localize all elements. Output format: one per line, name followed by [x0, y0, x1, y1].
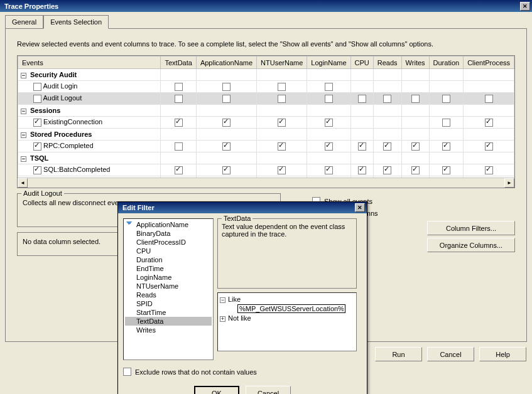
column-desc-group: TextData Text value dependent on the eve…	[217, 218, 357, 289]
cell-checkbox[interactable]	[325, 119, 333, 127]
event-checkbox[interactable]	[33, 95, 41, 103]
column-header[interactable]: ClientProcess	[464, 56, 514, 69]
collapse-icon[interactable]: −	[220, 297, 225, 303]
column-list-item[interactable]: Duration	[125, 255, 212, 264]
column-list-item[interactable]: Writes	[125, 326, 212, 334]
column-list-item[interactable]: ApplicationName	[125, 220, 212, 229]
cell-checkbox[interactable]	[175, 142, 183, 151]
cell-checkbox[interactable]	[222, 142, 231, 151]
cell-checkbox[interactable]	[175, 166, 183, 174]
cell-checkbox[interactable]	[411, 166, 420, 174]
collapse-icon[interactable]: −	[21, 73, 26, 78]
modal-right-panel: TextData Text value dependent on the eve…	[217, 218, 357, 360]
cell-checkbox[interactable]	[222, 166, 231, 174]
tab-general[interactable]: General	[5, 15, 43, 29]
help-button[interactable]: Help	[479, 347, 526, 361]
scroll-track[interactable]	[28, 178, 504, 188]
cell-checkbox[interactable]	[222, 119, 231, 127]
category-row: −Security Audit	[18, 69, 514, 81]
cell-checkbox[interactable]	[175, 119, 183, 127]
cell-checkbox[interactable]	[442, 119, 450, 127]
cell-checkbox[interactable]	[358, 95, 366, 103]
collapse-icon[interactable]: −	[21, 132, 26, 138]
column-list-item[interactable]: NTUserName	[125, 282, 212, 290]
cell-checkbox[interactable]	[325, 166, 333, 174]
column-list-item[interactable]: EndTime	[125, 264, 212, 273]
column-list-item[interactable]: StartTime	[125, 308, 212, 317]
column-header[interactable]: LoginName	[307, 56, 350, 69]
exclude-checkbox[interactable]	[123, 368, 131, 376]
cell-checkbox[interactable]	[383, 166, 391, 174]
cell-checkbox[interactable]	[442, 142, 450, 151]
column-list-item[interactable]: BinaryData	[125, 229, 212, 238]
cell-checkbox[interactable]	[325, 83, 333, 91]
column-header[interactable]: Duration	[429, 56, 464, 69]
cell-checkbox[interactable]	[175, 95, 183, 103]
cell-checkbox[interactable]	[358, 166, 366, 174]
modal-close-icon[interactable]: ✕	[355, 203, 365, 212]
cancel-button[interactable]: Cancel	[427, 347, 474, 361]
event-checkbox[interactable]	[33, 166, 41, 174]
close-icon[interactable]: ✕	[520, 2, 530, 11]
column-header[interactable]: CPU	[350, 56, 373, 69]
event-checkbox[interactable]	[33, 83, 41, 91]
cell-checkbox[interactable]	[485, 142, 493, 151]
column-header[interactable]: ApplicationName	[196, 56, 256, 69]
cell-checkbox[interactable]	[383, 142, 391, 151]
collapse-icon[interactable]: −	[21, 156, 26, 162]
column-list-item[interactable]: CPU	[125, 247, 212, 255]
cell-checkbox[interactable]	[383, 95, 391, 103]
cell-checkbox[interactable]	[325, 95, 333, 103]
scroll-left-icon[interactable]: ◄	[18, 178, 28, 188]
column-header[interactable]: Writes	[401, 56, 429, 69]
cell-checkbox[interactable]	[278, 83, 286, 91]
column-list-item[interactable]: TextData	[125, 317, 212, 326]
cell-checkbox[interactable]	[325, 142, 333, 151]
event-checkbox[interactable]	[33, 119, 41, 127]
column-header[interactable]: Reads	[373, 56, 401, 69]
column-header[interactable]: Events	[18, 56, 161, 69]
cell-checkbox[interactable]	[358, 142, 366, 151]
ok-button[interactable]: OK	[194, 386, 239, 394]
horizontal-scrollbar[interactable]: ◄ ►	[18, 178, 514, 188]
event-row[interactable]: SQL:BatchCompleted	[18, 164, 514, 176]
scroll-right-icon[interactable]: ►	[504, 178, 514, 188]
tree-notlike-node[interactable]: +Not like	[220, 314, 354, 322]
column-list[interactable]: ApplicationNameBinaryDataClientProcessID…	[123, 218, 214, 360]
column-list-item[interactable]: Reads	[125, 290, 212, 299]
cell-checkbox[interactable]	[485, 166, 493, 174]
cell-checkbox[interactable]	[222, 95, 231, 103]
organize-columns-button[interactable]: Organize Columns...	[427, 238, 515, 252]
cell-checkbox[interactable]	[278, 142, 286, 151]
column-list-item[interactable]: SPID	[125, 299, 212, 308]
cell-checkbox[interactable]	[485, 95, 493, 103]
cell-checkbox[interactable]	[442, 95, 450, 103]
event-row[interactable]: ExistingConnection	[18, 117, 514, 129]
event-checkbox[interactable]	[33, 142, 41, 151]
run-button[interactable]: Run	[375, 347, 422, 361]
event-row[interactable]: Audit Login	[18, 81, 514, 93]
event-row[interactable]: RPC:Completed	[18, 141, 514, 152]
event-row[interactable]: Audit Logout	[18, 93, 514, 105]
column-list-item[interactable]: ClientProcessID	[125, 238, 212, 247]
cell-checkbox[interactable]	[411, 95, 420, 103]
cell-checkbox[interactable]	[278, 166, 286, 174]
cell-checkbox[interactable]	[411, 142, 420, 151]
column-filters-button[interactable]: Column Filters...	[427, 221, 515, 235]
cell-checkbox[interactable]	[485, 119, 493, 127]
cell-checkbox[interactable]	[175, 83, 183, 91]
tab-events-selection[interactable]: Events Selection	[43, 15, 109, 29]
expand-icon[interactable]: +	[220, 316, 225, 322]
tree-like-node[interactable]: −Like	[220, 295, 354, 304]
cell-checkbox[interactable]	[222, 83, 231, 91]
cell-checkbox[interactable]	[442, 166, 450, 174]
collapse-icon[interactable]: −	[21, 109, 26, 114]
column-header[interactable]: NTUserName	[257, 56, 307, 69]
column-list-item[interactable]: LoginName	[125, 273, 212, 282]
column-header[interactable]: TextData	[161, 56, 196, 69]
modal-cancel-button[interactable]: Cancel	[246, 386, 291, 394]
filter-tree[interactable]: −Like +Not like	[217, 292, 357, 351]
cell-checkbox[interactable]	[278, 119, 286, 127]
cell-checkbox[interactable]	[278, 95, 286, 103]
like-value-input[interactable]	[237, 304, 345, 313]
